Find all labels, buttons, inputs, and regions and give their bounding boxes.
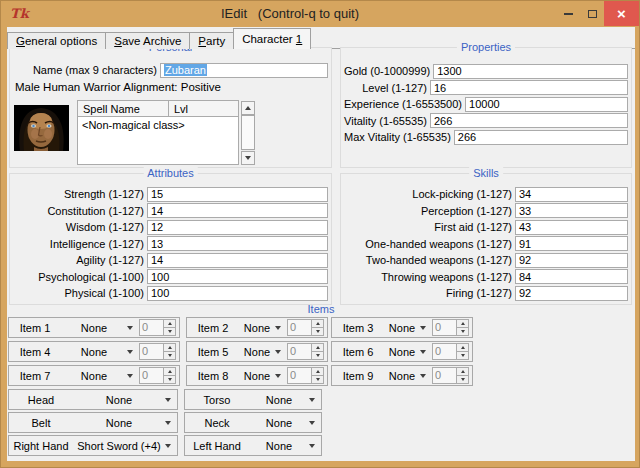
- spin-up-button[interactable]: [457, 344, 468, 352]
- left-hand-label: Left Hand: [185, 440, 249, 452]
- spin-down-button[interactable]: [457, 352, 468, 359]
- dropdown-arrow-icon: [420, 374, 426, 378]
- gold-input[interactable]: 1300: [433, 64, 628, 79]
- vitality-input[interactable]: 266: [430, 113, 628, 128]
- item-5-combobox[interactable]: None: [239, 342, 287, 361]
- wisdom-input[interactable]: 12: [147, 220, 328, 235]
- spin-down-button[interactable]: [164, 352, 175, 359]
- spell-list-item[interactable]: <Non-magical class>: [82, 119, 234, 131]
- one-handed-weapons-input[interactable]: 91: [515, 236, 628, 251]
- item-8-count-spinbox[interactable]: 0: [287, 367, 324, 384]
- firing-input[interactable]: 92: [515, 286, 628, 301]
- gold-label: Gold (0-1000999): [344, 65, 433, 77]
- spin-up-button[interactable]: [164, 320, 175, 328]
- agility-input[interactable]: 14: [147, 253, 328, 268]
- item-9-combobox[interactable]: None: [384, 366, 432, 385]
- item-9-count-spinbox[interactable]: 0: [432, 367, 469, 384]
- item-3-combobox[interactable]: None: [384, 318, 432, 337]
- item-4-combobox[interactable]: None: [61, 342, 139, 361]
- item-3-count-spinbox[interactable]: 0: [432, 319, 469, 336]
- lock-picking-input[interactable]: 34: [515, 187, 628, 202]
- spin-up-button[interactable]: [312, 320, 323, 328]
- max-vitality-input[interactable]: 266: [454, 130, 628, 145]
- psychological-input[interactable]: 100: [147, 269, 328, 284]
- tab-save-archive[interactable]: Save Archive: [105, 32, 190, 49]
- tab-party[interactable]: Party: [189, 32, 234, 49]
- item-4-count-spinbox[interactable]: 0: [139, 343, 176, 360]
- spell-level-column-header[interactable]: Lvl: [168, 100, 239, 117]
- right-hand-label: Right Hand: [9, 440, 73, 452]
- arrow-up-icon: [168, 322, 172, 325]
- arrow-down-icon: [316, 330, 320, 333]
- perception-input[interactable]: 33: [515, 203, 628, 218]
- first-aid-input[interactable]: 43: [515, 220, 628, 235]
- item-7-combobox[interactable]: None: [61, 366, 139, 385]
- spin-down-button[interactable]: [312, 352, 323, 359]
- dropdown-arrow-icon: [165, 444, 171, 448]
- spin-up-button[interactable]: [457, 368, 468, 376]
- left-hand-combobox[interactable]: None: [249, 436, 321, 455]
- spin-down-button[interactable]: [312, 376, 323, 383]
- spin-down-button[interactable]: [164, 328, 175, 335]
- head-label: Head: [9, 394, 73, 406]
- item-2-count-spinbox[interactable]: 0: [287, 319, 324, 336]
- two-handed-weapons-label: Two-handed weapons (1-127): [344, 254, 515, 266]
- item-1-combobox[interactable]: None: [61, 318, 139, 337]
- minimize-icon: [564, 13, 573, 15]
- dropdown-arrow-icon: [127, 350, 133, 354]
- close-button[interactable]: ×: [604, 1, 639, 26]
- scrollbar-thumb[interactable]: [241, 115, 255, 150]
- spin-up-button[interactable]: [312, 344, 323, 352]
- spin-up-button[interactable]: [457, 320, 468, 328]
- intelligence-input[interactable]: 13: [147, 236, 328, 251]
- item-5-count-spinbox[interactable]: 0: [287, 343, 324, 360]
- dropdown-arrow-icon: [127, 374, 133, 378]
- item-slot-9: Item 9 None 0: [331, 365, 473, 386]
- dropdown-arrow-icon: [165, 398, 171, 402]
- constitution-input[interactable]: 14: [147, 203, 328, 218]
- right-hand-combobox[interactable]: Short Sword (+4): [73, 436, 177, 455]
- item-8-combobox[interactable]: None: [239, 366, 287, 385]
- strength-input[interactable]: 15: [147, 187, 328, 202]
- torso-combobox[interactable]: None: [249, 390, 321, 409]
- item-2-combobox[interactable]: None: [239, 318, 287, 337]
- arrow-down-icon: [316, 354, 320, 357]
- neck-combobox[interactable]: None: [249, 413, 321, 432]
- title-bar: Tk IEdit (Control-q to quit) ×: [1, 1, 639, 27]
- physical-input[interactable]: 100: [147, 286, 328, 301]
- spin-down-button[interactable]: [457, 328, 468, 335]
- experience-input[interactable]: 10000: [465, 97, 628, 112]
- arrow-up-icon: [461, 322, 465, 325]
- scroll-up-button[interactable]: [241, 101, 255, 115]
- two-handed-weapons-input[interactable]: 92: [515, 253, 628, 268]
- head-combobox[interactable]: None: [73, 390, 177, 409]
- item-7-count-spinbox[interactable]: 0: [139, 367, 176, 384]
- spin-up-button[interactable]: [312, 368, 323, 376]
- equipment-slot-left-hand: Left Hand None: [184, 435, 322, 456]
- spin-up-button[interactable]: [164, 368, 175, 376]
- neck-label: Neck: [185, 417, 249, 429]
- spell-name-column-header[interactable]: Spell Name: [77, 100, 169, 117]
- arrow-down-icon: [245, 156, 251, 160]
- arrow-up-icon: [168, 346, 172, 349]
- belt-combobox[interactable]: None: [73, 413, 177, 432]
- spin-down-button[interactable]: [457, 376, 468, 383]
- equipment-slot-right-hand: Right Hand Short Sword (+4): [8, 435, 178, 456]
- maximize-button[interactable]: [580, 1, 604, 26]
- spin-down-button[interactable]: [312, 328, 323, 335]
- torso-label: Torso: [185, 394, 249, 406]
- tab-character-1[interactable]: Character 1: [233, 28, 311, 49]
- minimize-button[interactable]: [556, 1, 580, 26]
- item-6-count-spinbox[interactable]: 0: [432, 343, 469, 360]
- item-6-combobox[interactable]: None: [384, 342, 432, 361]
- name-input[interactable]: Zubaran: [160, 63, 328, 78]
- properties-header: Properties: [457, 41, 515, 54]
- tab-general-options[interactable]: General options: [7, 32, 106, 49]
- scroll-down-button[interactable]: [241, 151, 255, 165]
- arrow-down-icon: [461, 378, 465, 381]
- throwing-weapons-input[interactable]: 84: [515, 269, 628, 284]
- item-1-count-spinbox[interactable]: 0: [139, 319, 176, 336]
- spin-up-button[interactable]: [164, 344, 175, 352]
- level-input[interactable]: 16: [430, 80, 628, 95]
- spin-down-button[interactable]: [164, 376, 175, 383]
